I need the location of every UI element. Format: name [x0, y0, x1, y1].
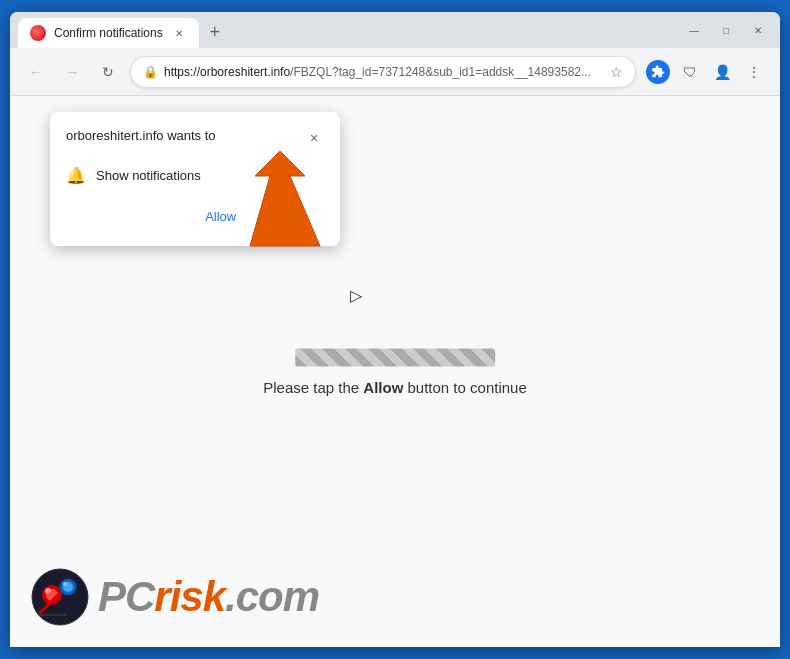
url-path: /FBZQL?tag_id=7371248&sub_id1=addsk__148… [290, 65, 591, 79]
pcrisk-pc-icon [30, 567, 90, 627]
instruction-prefix: Please tap the [263, 378, 363, 395]
url-base: https://orboreshitert.info [164, 65, 290, 79]
instruction-bold: Allow [363, 378, 403, 395]
back-button[interactable]: ← [22, 58, 50, 86]
block-button[interactable]: Block [260, 203, 324, 230]
maximize-button[interactable]: □ [712, 20, 740, 40]
browser-content: orboreshitert.info wants to × 🔔 Show not… [10, 96, 780, 647]
bookmark-icon[interactable]: ☆ [610, 64, 623, 80]
popup-title: orboreshitert.info wants to [66, 128, 304, 143]
minimize-button[interactable]: — [680, 20, 708, 40]
extensions-icon [646, 60, 670, 84]
tab-favicon [30, 25, 46, 41]
tab-area: Confirm notifications ✕ + [18, 18, 680, 48]
page-content: Please tap the Allow button to continue [263, 348, 527, 395]
popup-buttons: Allow Block [66, 203, 324, 230]
popup-header: orboreshitert.info wants to × [66, 128, 324, 148]
notification-popup: orboreshitert.info wants to × 🔔 Show not… [50, 112, 340, 246]
loading-bar [295, 348, 495, 366]
mouse-cursor: ▷ [350, 286, 362, 305]
popup-item-text: Show notifications [96, 168, 201, 183]
tab-title: Confirm notifications [54, 26, 163, 40]
title-bar: Confirm notifications ✕ + — □ ✕ [10, 12, 780, 48]
window-controls: — □ ✕ [680, 20, 772, 48]
allow-button[interactable]: Allow [189, 203, 252, 230]
tab-close-button[interactable]: ✕ [171, 25, 187, 41]
new-tab-button[interactable]: + [201, 18, 229, 46]
instruction-suffix: button to continue [403, 378, 526, 395]
shield-icon[interactable]: 🛡 [676, 58, 704, 86]
browser-window: Confirm notifications ✕ + — □ ✕ ← → ↻ 🔒 … [10, 12, 780, 647]
svg-point-10 [63, 582, 67, 586]
forward-button[interactable]: → [58, 58, 86, 86]
svg-point-5 [45, 588, 51, 594]
address-bar: ← → ↻ 🔒 https://orboreshitert.info/FBZQL… [10, 48, 780, 96]
toolbar-icons: 🛡 👤 ⋮ [644, 58, 768, 86]
refresh-button[interactable]: ↻ [94, 58, 122, 86]
popup-close-button[interactable]: × [304, 128, 324, 148]
menu-button[interactable]: ⋮ [740, 58, 768, 86]
domain-text: .com [225, 573, 319, 620]
omnibox[interactable]: 🔒 https://orboreshitert.info/FBZQL?tag_i… [130, 56, 636, 88]
active-tab[interactable]: Confirm notifications ✕ [18, 18, 199, 48]
page-instruction: Please tap the Allow button to continue [263, 378, 527, 395]
extensions-button[interactable] [644, 58, 672, 86]
pc-text: PC [98, 573, 154, 620]
profile-button[interactable]: 👤 [708, 58, 736, 86]
window-close-button[interactable]: ✕ [744, 20, 772, 40]
url-text: https://orboreshitert.info/FBZQL?tag_id=… [164, 65, 604, 79]
risk-text: risk [154, 573, 225, 620]
pcrisk-wordmark: PCrisk.com [98, 573, 319, 621]
popup-item: 🔔 Show notifications [66, 160, 324, 191]
pcrisk-logo: PCrisk.com [30, 567, 319, 627]
bell-icon: 🔔 [66, 166, 86, 185]
lock-icon: 🔒 [143, 65, 158, 79]
